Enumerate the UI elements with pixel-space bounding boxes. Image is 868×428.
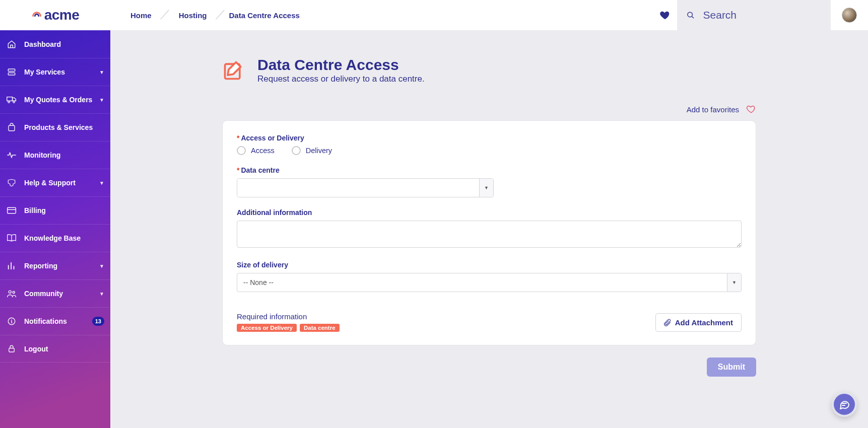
radio-label: Access [251,147,275,155]
label-data-centre: *Data centre [237,166,742,174]
data-centre-input[interactable] [237,179,479,197]
topbar-right [653,0,868,30]
bag-icon [6,123,17,132]
heart-outline-icon [746,104,756,114]
sidebar-item-label: Monitoring [24,151,104,159]
sidebar: Dashboard My Services ▼ My Quotes & Orde… [0,30,110,428]
page-title: Data Centre Access [257,56,425,73]
required-chip: Data centre [300,324,340,332]
chevron-down-icon: ▼ [99,263,104,269]
required-chip: Access or Delivery [237,324,297,332]
svg-rect-6 [9,125,15,131]
radio-delivery[interactable]: Delivery [292,146,332,155]
page: Data Centre Access Request access or del… [110,0,868,428]
chevron-down-icon: ▼ [99,97,104,103]
chat-fab[interactable] [832,392,857,417]
inbox-icon [6,178,17,187]
paperclip-icon [664,319,671,327]
breadcrumb-current: Data Centre Access [229,11,300,20]
submit-button[interactable]: Submit [707,358,756,377]
radio-icon [292,146,301,155]
radio-label: Delivery [306,147,332,155]
sidebar-item-knowledge-base[interactable]: Knowledge Base [0,224,110,252]
chevron-down-icon: ▼ [99,69,104,75]
sidebar-item-dashboard[interactable]: Dashboard [0,30,110,58]
add-to-favorites[interactable]: Add to favorites [222,104,756,114]
sidebar-item-help[interactable]: Help & Support ▼ [0,169,110,196]
search-icon [686,10,695,20]
breadcrumb-home[interactable]: Home [125,11,157,20]
size-of-delivery-select[interactable]: -- None -- ▼ [237,273,742,292]
sidebar-item-quotes-orders[interactable]: My Quotes & Orders ▼ [0,86,110,113]
breadcrumb-separator-icon: ／ [215,7,226,22]
field-access-or-delivery: *Access or Delivery Access Delivery [237,134,742,155]
sidebar-item-community[interactable]: Community ▼ [0,279,110,307]
add-attachment-button[interactable]: Add Attachment [655,313,742,332]
sidebar-item-my-services[interactable]: My Services ▼ [0,58,110,86]
sidebar-item-label: My Services [24,68,99,76]
sidebar-item-billing[interactable]: Billing [0,196,110,224]
bars-icon [6,261,17,270]
chevron-down-icon: ▼ [99,180,104,186]
sidebar-item-label: Reporting [24,262,99,270]
info-icon [6,317,17,326]
favorites-button[interactable] [653,0,677,30]
page-header: Data Centre Access Request access or del… [222,56,756,84]
pulse-icon [6,151,17,160]
page-subtitle: Request access or delivery to a data cen… [257,74,425,84]
add-to-favorites-label: Add to favorites [687,105,739,114]
sidebar-item-notifications[interactable]: Notifications 13 [0,307,110,335]
brand-name: acme [44,7,80,23]
services-icon [6,67,17,77]
sidebar-item-label: Products & Services [24,123,104,131]
sidebar-item-logout[interactable]: Logout [0,335,110,363]
sidebar-item-label: Dashboard [24,40,104,48]
svg-point-8 [9,291,11,293]
sidebar-item-label: Knowledge Base [24,234,104,242]
user-avatar[interactable] [842,8,857,23]
home-icon [6,40,17,49]
field-additional-info: Additional information [237,208,742,250]
heart-filled-icon [659,10,671,21]
breadcrumb-separator-icon: ／ [160,7,171,22]
svg-rect-11 [9,348,15,352]
breadcrumb-hosting[interactable]: Hosting [174,11,212,20]
brand-logo[interactable]: acme [0,7,110,23]
sidebar-item-monitoring[interactable]: Monitoring [0,141,110,169]
sidebar-item-products[interactable]: Products & Services [0,113,110,141]
svg-rect-2 [8,73,15,76]
data-centre-combobox[interactable]: ▼ [237,178,494,197]
required-info-label: Required information [237,312,340,321]
label-size-of-delivery: Size of delivery [237,261,742,269]
svg-point-0 [688,12,692,17]
breadcrumb: Home ／ Hosting ／ Data Centre Access [125,8,300,23]
sidebar-item-label: Community [24,290,99,298]
sidebar-item-label: Billing [24,206,104,215]
lock-icon [6,344,17,353]
svg-rect-3 [7,97,13,101]
search-bar[interactable] [677,0,831,30]
edit-form-icon [222,59,244,82]
chat-icon [838,398,850,410]
search-input[interactable] [703,9,822,21]
required-info: Required information Access or Delivery … [237,312,340,332]
svg-rect-1 [8,69,15,72]
sidebar-item-label: Notifications [24,317,92,325]
chevron-down-icon[interactable]: ▼ [479,179,493,197]
add-attachment-label: Add Attachment [675,318,733,327]
sidebar-item-label: My Quotes & Orders [24,96,99,104]
sidebar-item-label: Logout [24,345,104,353]
label-access-or-delivery: *Access or Delivery [237,134,742,142]
truck-icon [6,95,17,104]
svg-rect-7 [8,207,16,213]
sidebar-item-reporting[interactable]: Reporting ▼ [0,252,110,279]
additional-info-textarea[interactable] [237,221,742,248]
radio-icon [237,146,246,155]
chevron-down-icon[interactable]: ▼ [727,273,741,292]
select-value: -- None -- [237,273,727,292]
field-size-of-delivery: Size of delivery -- None -- ▼ [237,261,742,292]
radio-access[interactable]: Access [237,146,275,155]
svg-point-5 [13,101,15,103]
form-footer: Required information Access or Delivery … [237,312,742,332]
topbar: acme Home ／ Hosting ／ Data Centre Access [0,0,868,30]
